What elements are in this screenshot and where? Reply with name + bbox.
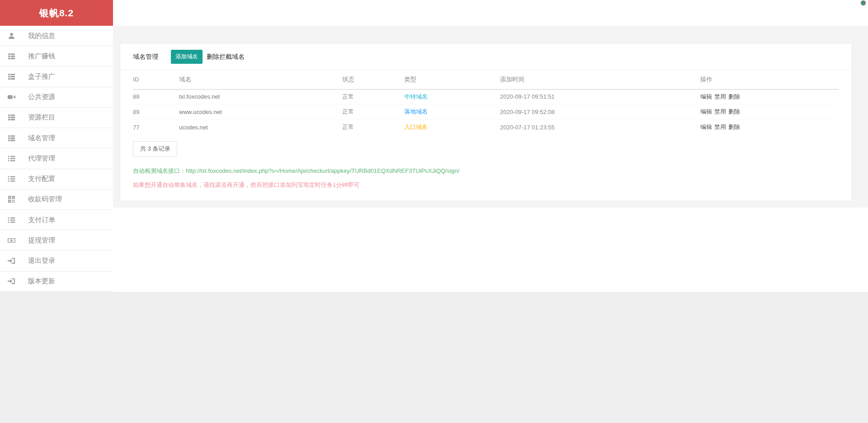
edit-link[interactable]: 编辑 xyxy=(700,93,712,100)
cell-status: 正常 xyxy=(342,89,404,105)
card-tabbar: 域名管理 添加域名 删除拦截域名 xyxy=(120,50,852,70)
tab-delete-intercepted-domain[interactable]: 删除拦截域名 xyxy=(207,53,245,61)
delete-link[interactable]: 删除 xyxy=(728,93,740,100)
sign-out-icon xyxy=(8,257,15,265)
sidebar-item-label: 支付订单 xyxy=(28,216,55,224)
cell-domain: txl.foxcodes.net xyxy=(179,89,342,105)
column-header-actions: 操作 xyxy=(700,70,839,89)
sidebar-item-label: 支付配置 xyxy=(28,175,55,183)
sidebar-item-label: 收款码管理 xyxy=(28,195,62,204)
qrcode-icon xyxy=(8,195,15,203)
sidebar-item-logout[interactable]: 退出登录 xyxy=(0,251,113,271)
list-ul-icon xyxy=(8,216,15,224)
sidebar-item-withdrawal-management[interactable]: 提现管理 xyxy=(0,230,113,251)
sidebar-item-label: 资源栏目 xyxy=(28,113,55,122)
auto-replace-hint: 如果想开通自动替换域名，请找渠道商开通，然后把接口添加到宝塔定时任务1分钟即可 xyxy=(133,181,839,189)
cell-added-time: 2020-07-17 01:23:55 xyxy=(500,119,700,135)
record-count-button[interactable]: 共 3 条记录 xyxy=(133,141,177,157)
column-header-type: 类型 xyxy=(404,70,500,89)
cell-id: 89 xyxy=(133,105,179,120)
sidebar-item-label: 版本更新 xyxy=(28,277,55,285)
cell-status: 正常 xyxy=(342,119,404,135)
sidebar-item-label: 我的信息 xyxy=(28,32,55,40)
cell-type: 中转域名 xyxy=(404,89,500,105)
th-list-icon xyxy=(8,114,15,121)
sidebar-item-label: 盒子推广 xyxy=(28,72,55,81)
sidebar-item-payment-config[interactable]: 支付配置 xyxy=(0,169,113,190)
tab-domain-management[interactable]: 域名管理 xyxy=(133,53,158,61)
cell-actions: 编辑禁用删除 xyxy=(700,105,839,120)
user-icon xyxy=(8,32,15,40)
table-row: 88 txl.foxcodes.net 正常 中转域名 2020-09-17 0… xyxy=(133,89,839,105)
app-root: 银帆8.2 我的信息 推广赚钱 盒子推广 公共资源 xyxy=(0,0,868,423)
sidebar-item-version-update[interactable]: 版本更新 xyxy=(0,271,113,292)
table-row: 89 www.ucodes.net 正常 落地域名 2020-09-17 09:… xyxy=(133,105,839,120)
th-list-icon xyxy=(8,52,15,60)
auto-check-api-line: 自动检测域名接口：http://txl.foxcodes.net/index.p… xyxy=(133,167,839,175)
api-url-link[interactable]: http://txl.foxcodes.net/index.php?s=/Hom… xyxy=(186,167,459,174)
content-area: 域名管理 添加域名 删除拦截域名 ID 域名 状态 类型 添加时间 操作 xyxy=(113,26,868,208)
sidebar-item-domain-management[interactable]: 域名管理 xyxy=(0,128,113,148)
cell-id: 88 xyxy=(133,89,179,105)
cell-type: 落地域名 xyxy=(404,105,500,120)
list-ul-icon xyxy=(8,155,15,162)
add-domain-button[interactable]: 添加域名 xyxy=(171,50,203,64)
cell-actions: 编辑禁用删除 xyxy=(700,89,839,105)
sidebar-item-public-resources[interactable]: 公共资源 xyxy=(0,87,113,108)
delete-link[interactable]: 删除 xyxy=(728,108,740,115)
sign-out-icon xyxy=(8,277,15,285)
page-bottom-background xyxy=(0,292,868,423)
th-list-icon xyxy=(8,73,15,81)
sidebar-item-agent-management[interactable]: 代理管理 xyxy=(0,148,113,169)
list-ul-icon xyxy=(8,175,15,183)
sidebar-item-my-info[interactable]: 我的信息 xyxy=(0,26,113,46)
domain-table: ID 域名 状态 类型 添加时间 操作 88 txl.foxcodes.net … xyxy=(133,70,839,135)
table-row: 77 ucodes.net 正常 入口域名 2020-07-17 01:23:5… xyxy=(133,119,839,135)
domain-management-card: 域名管理 添加域名 删除拦截域名 ID 域名 状态 类型 添加时间 操作 xyxy=(120,43,852,201)
sidebar-item-label: 域名管理 xyxy=(28,134,55,143)
sidebar-item-promotion-earn[interactable]: 推广赚钱 xyxy=(0,46,113,67)
sidebar-item-label: 推广赚钱 xyxy=(28,52,55,61)
cell-actions: 编辑禁用删除 xyxy=(700,119,839,135)
disable-link[interactable]: 禁用 xyxy=(714,108,726,115)
edit-link[interactable]: 编辑 xyxy=(700,108,712,115)
cell-id: 77 xyxy=(133,119,179,135)
th-list-icon xyxy=(8,134,15,142)
banknote-icon xyxy=(8,237,15,244)
column-header-id: ID xyxy=(133,70,179,89)
cell-status: 正常 xyxy=(342,105,404,120)
edit-link[interactable]: 编辑 xyxy=(700,124,712,130)
app-title: 银帆8.2 xyxy=(39,7,74,19)
cell-domain: www.ucodes.net xyxy=(179,105,342,120)
cell-added-time: 2020-09-17 09:51:51 xyxy=(500,89,700,105)
sidebar-item-label: 代理管理 xyxy=(28,154,55,163)
cell-added-time: 2020-09-17 09:52:08 xyxy=(500,105,700,120)
disable-link[interactable]: 禁用 xyxy=(714,93,726,100)
column-header-domain: 域名 xyxy=(179,70,342,89)
sidebar-item-label: 公共资源 xyxy=(28,93,55,101)
sidebar-item-box-promotion[interactable]: 盒子推广 xyxy=(0,67,113,87)
disable-link[interactable]: 禁用 xyxy=(714,124,726,130)
column-header-status: 状态 xyxy=(342,70,404,89)
sidebar-item-label: 提现管理 xyxy=(28,236,55,245)
sidebar-item-payment-orders[interactable]: 支付订单 xyxy=(0,210,113,230)
video-camera-icon xyxy=(8,93,15,101)
cell-type: 入口域名 xyxy=(404,119,500,135)
cell-domain: ucodes.net xyxy=(179,119,342,135)
table-header-row: ID 域名 状态 类型 添加时间 操作 xyxy=(133,70,839,89)
api-label: 自动检测域名接口： xyxy=(133,167,186,174)
delete-link[interactable]: 删除 xyxy=(728,124,740,130)
sidebar-item-payment-code-management[interactable]: 收款码管理 xyxy=(0,190,113,210)
browser-widget-icon[interactable] xyxy=(861,0,866,5)
column-header-added-time: 添加时间 xyxy=(500,70,700,89)
sidebar-item-label: 退出登录 xyxy=(28,257,55,265)
brand-header: 银帆8.2 xyxy=(0,0,113,26)
sidebar-item-resource-categories[interactable]: 资源栏目 xyxy=(0,108,113,128)
sidebar: 我的信息 推广赚钱 盒子推广 公共资源 资源栏目 xyxy=(0,26,113,292)
